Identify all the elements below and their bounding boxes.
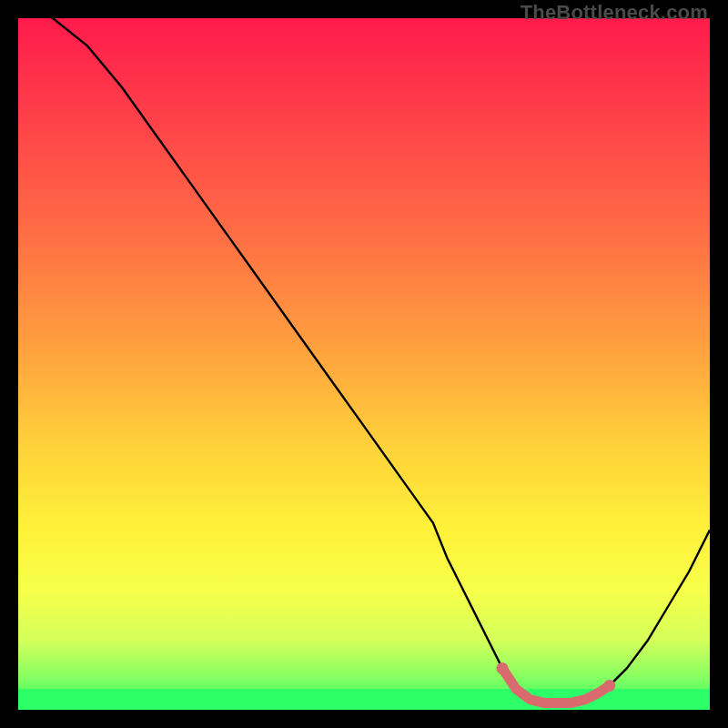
watermark-text: TheBottleneck.com	[521, 1, 708, 25]
optimal-range-endpoint	[603, 680, 615, 692]
optimal-range-endpoint	[497, 662, 509, 674]
chart-frame	[18, 18, 710, 710]
gradient-background	[18, 18, 710, 710]
bottleneck-chart	[18, 18, 710, 710]
